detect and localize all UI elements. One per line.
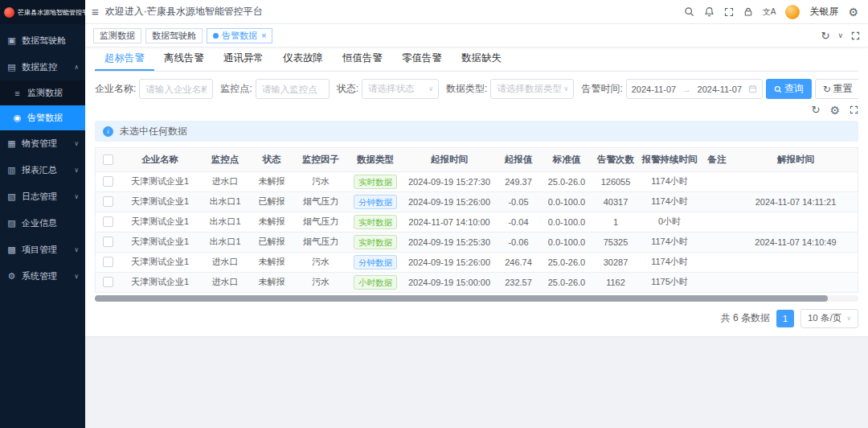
sidebar-subitem-monitor-data[interactable]: ≡监测数据 [0, 80, 85, 105]
subtab-zero[interactable]: 零值告警 [392, 47, 452, 71]
row-checkbox[interactable] [103, 237, 113, 247]
cell-remark [700, 171, 734, 191]
close-icon[interactable]: × [261, 31, 266, 40]
tags-bar: 监测数据数据驾驶舱告警数据× ↻ ∨ [85, 24, 868, 47]
username[interactable]: 关银屏 [809, 5, 838, 19]
cell-start_value: 249.37 [496, 171, 541, 191]
table-row[interactable]: 天津测试企业1进水口未解报污水实时数据2024-09-19 15:27:3024… [96, 171, 858, 191]
page-size-value: 10 条/页 [808, 312, 841, 324]
horizontal-scrollbar[interactable] [95, 295, 858, 302]
tab-data-cockpit[interactable]: 数据驾驶舱 [145, 28, 203, 43]
sidebar-item-data-cockpit[interactable]: ▣数据驾驶舱 [0, 27, 85, 54]
fullscreen-icon[interactable] [724, 7, 734, 17]
cell-factor: 烟气压力 [293, 212, 348, 232]
select-all-checkbox[interactable] [103, 154, 113, 165]
expand-icon[interactable] [851, 31, 860, 40]
page-size-select[interactable]: 10 条/页 ∨ [800, 309, 858, 328]
expand-icon[interactable] [850, 105, 858, 114]
alarm-data-panel: 超标告警离线告警通讯异常仪表故障恒值告警零值告警数据缺失 企业名称: 监控点: … [85, 47, 868, 336]
cell-point: 出水口1 [200, 191, 250, 212]
row-checkbox[interactable] [103, 257, 113, 267]
chevron-down-icon[interactable]: ∨ [837, 32, 843, 39]
data-table: 企业名称监控点状态监控因子数据类型起报时间起报值标准值告警次数报警持续时间备注解… [96, 148, 858, 293]
column-header-start_value: 起报值 [496, 148, 541, 171]
table-body: 天津测试企业1进水口未解报污水实时数据2024-09-19 15:27:3024… [96, 171, 858, 292]
table-row[interactable]: 天津测试企业1进水口未解报污水分钟数据2024-09-19 15:26:0024… [96, 252, 858, 272]
date-range-picker[interactable]: 2024-11-07 → 2024-11-07 [626, 79, 763, 99]
row-checkbox[interactable] [103, 176, 113, 187]
settings-gear-icon[interactable]: ⚙ [848, 6, 858, 18]
menu-toggle-icon[interactable]: ≡ [92, 6, 99, 18]
tab-monitor-data[interactable]: 监测数据 [93, 28, 141, 43]
table-toolbar: ↻ ⚙ [95, 104, 858, 116]
bell-icon[interactable] [704, 6, 714, 17]
box-icon: ▦ [6, 138, 17, 149]
sidebar-item-company-info[interactable]: ▨企业信息 [0, 210, 85, 237]
cell-duration: 1174小时 [639, 191, 700, 212]
refresh-icon[interactable]: ↻ [812, 105, 821, 115]
search-button[interactable]: 查询 [766, 79, 812, 99]
sidebar-item-reports[interactable]: ▥报表汇总∨ [0, 157, 85, 183]
table-row[interactable]: 天津测试企业1进水口未解报污水小时数据2024-09-19 15:00:0023… [96, 272, 858, 292]
datatype-badge: 实时数据 [354, 175, 397, 189]
cell-standard: 0.0-100.0 [541, 212, 592, 232]
datatype-select-value: 请选择数据类型 [497, 83, 562, 95]
datatype-select[interactable]: 请选择数据类型 ∨ [490, 79, 574, 99]
table-row[interactable]: 天津测试企业1出水口1已解报烟气压力分钟数据2024-09-19 15:26:0… [96, 191, 858, 212]
subtab-missing[interactable]: 数据缺失 [452, 47, 511, 71]
lock-icon[interactable] [743, 6, 753, 17]
point-filter-label: 监控点: [220, 82, 252, 96]
filter-bar: 企业名称: 监控点: 状态: 请选择状态 ∨ 数据类型: 请选择数据类型 ∨ 告… [95, 79, 858, 99]
selection-alert-text: 未选中任何数据 [120, 125, 187, 138]
subtab-constant[interactable]: 恒值告警 [333, 47, 392, 71]
cell-count: 40317 [592, 191, 639, 212]
reset-button[interactable]: ↻ 重置 [815, 79, 858, 99]
sidebar-item-data-monitor[interactable]: ▤数据监控∧ [0, 54, 85, 80]
company-input[interactable] [139, 79, 213, 99]
translate-icon[interactable]: 文A [763, 8, 776, 16]
cell-remark [700, 272, 734, 292]
cell-datatype: 分钟数据 [348, 191, 403, 212]
avatar[interactable] [785, 5, 800, 19]
sidebar-item-projects[interactable]: ▩项目管理∨ [0, 237, 85, 263]
cell-duration: 1174小时 [639, 252, 700, 272]
row-checkbox[interactable] [103, 196, 113, 207]
cell-start_time: 2024-09-19 15:00:00 [403, 272, 496, 292]
sidebar-item-system[interactable]: ⚙系统管理∨ [0, 263, 85, 290]
row-checkbox[interactable] [103, 277, 113, 287]
table-row[interactable]: 天津测试企业1出水口1未解报烟气压力实时数据2024-11-07 14:10:0… [96, 212, 858, 232]
row-checkbox[interactable] [103, 216, 113, 227]
subtab-over-limit[interactable]: 超标告警 [95, 47, 154, 71]
list-icon: ≡ [12, 88, 23, 98]
scrollbar-thumb[interactable] [95, 295, 828, 302]
subtab-meter-fault[interactable]: 仪表故障 [273, 47, 333, 71]
column-header-resolve_time: 解报时间 [734, 148, 858, 171]
chevron-up-icon: ∧ [74, 64, 79, 71]
tab-label: 数据驾驶舱 [152, 30, 196, 42]
tab-alarm-data[interactable]: 告警数据× [207, 28, 272, 43]
settings-gear-icon[interactable]: ⚙ [829, 105, 840, 116]
point-input[interactable] [256, 79, 330, 99]
sidebar-item-logs[interactable]: ▧日志管理∨ [0, 183, 85, 210]
page-1-button[interactable]: 1 [776, 310, 794, 327]
cell-start_value: 246.74 [496, 252, 541, 272]
tags-bar-actions: ↻ ∨ [821, 31, 861, 41]
search-icon[interactable] [684, 6, 694, 17]
table-row[interactable]: 天津测试企业1出水口1已解报烟气压力实时数据2024-09-19 15:25:3… [96, 232, 858, 252]
cell-company: 天津测试企业1 [120, 252, 200, 272]
sidebar-item-label: 系统管理 [22, 270, 69, 282]
datatype-badge: 分钟数据 [354, 195, 397, 209]
status-select-value: 请选择状态 [368, 83, 415, 95]
gauge-icon: ▣ [6, 35, 17, 46]
subtab-comm-error[interactable]: 通讯异常 [214, 47, 273, 71]
subtab-offline[interactable]: 离线告警 [154, 47, 214, 71]
status-select[interactable]: 请选择状态 ∨ [362, 79, 439, 99]
project-icon: ▩ [6, 245, 17, 255]
datatype-badge: 小时数据 [354, 275, 397, 290]
log-icon: ▧ [6, 191, 17, 202]
refresh-icon[interactable]: ↻ [821, 31, 830, 41]
sidebar-item-material[interactable]: ▦物资管理∨ [0, 130, 85, 157]
sidebar-subitem-alarm-data[interactable]: ◉告警数据 [0, 105, 85, 130]
monitor-icon: ▤ [6, 62, 17, 72]
cell-count: 75325 [592, 232, 639, 252]
